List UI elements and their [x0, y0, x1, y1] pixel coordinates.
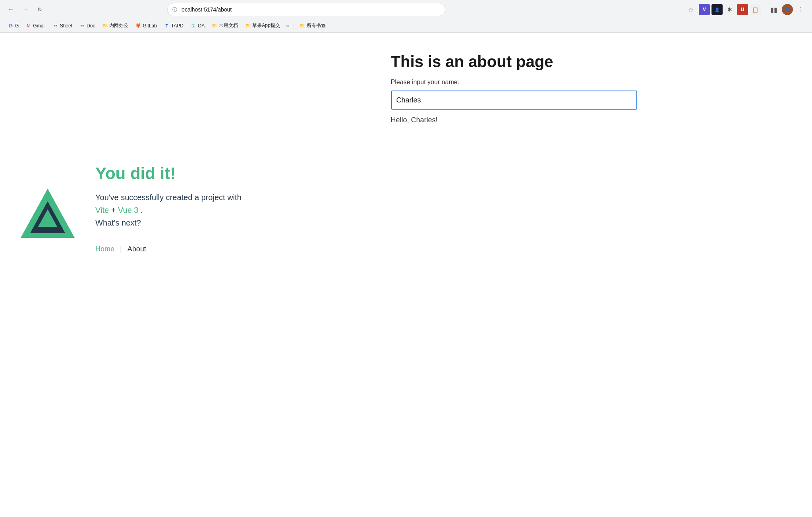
bookmarks-bar: G G M Gmail ☷ Sheet ☷ Doc 📁 内网办公 🦊 GitLa…	[0, 19, 812, 33]
menu-button[interactable]: ⋮	[795, 3, 807, 16]
nav-about-link[interactable]: About	[128, 245, 146, 253]
about-page-title: This is an about page	[391, 53, 788, 71]
bookmark-intranet[interactable]: 📁 内网办公	[99, 21, 131, 30]
bookmark-tapd-label: TAPD	[171, 23, 184, 29]
bookmark-gmail[interactable]: M Gmail	[23, 22, 48, 30]
toolbar-right: ☆ V 👤 ✱ U 📋 ▮▮ 👤 ⋮	[684, 3, 807, 16]
g-favicon: G	[8, 23, 14, 29]
bookmark-gitlab-label: GitLab	[143, 23, 157, 29]
vue-section: You did it! You've successfully created …	[16, 164, 254, 253]
chevron-right-icon: »	[286, 23, 289, 29]
toolbar-divider	[764, 5, 764, 14]
extension-asterisk-icon[interactable]: ✱	[724, 4, 735, 15]
you-did-it-headline: You did it!	[16, 164, 254, 183]
period: .	[141, 206, 143, 214]
bookmark-oa-label: OA	[198, 23, 205, 29]
extension-clipboard-icon[interactable]: 📋	[750, 4, 761, 15]
bookmark-intranet-label: 内网办公	[109, 22, 128, 29]
address-bar-container: ⓘ	[167, 3, 445, 16]
reload-button[interactable]: ↻	[33, 3, 46, 16]
nav-divider: |	[120, 245, 122, 253]
folder-common-icon: 📁	[212, 23, 217, 29]
nav-home-link[interactable]: Home	[95, 245, 114, 253]
bookmark-tapd[interactable]: T TAPD	[161, 22, 187, 30]
address-bar-input[interactable]	[180, 6, 440, 13]
folder-intranet-icon: 📁	[102, 23, 108, 29]
page-content: You did it! You've successfully created …	[0, 33, 812, 517]
nav-links: Home | About	[95, 245, 254, 253]
bookmark-apple-app[interactable]: 📁 苹果App提交	[242, 21, 283, 30]
oa-favicon: ◎	[191, 23, 196, 29]
description-before: You've successfully created a project wi…	[95, 193, 242, 202]
secure-icon: ⓘ	[172, 6, 177, 13]
star-button[interactable]: ☆	[684, 3, 697, 16]
gitlab-favicon: 🦊	[135, 23, 141, 29]
bookmark-all[interactable]: 📁 所有书签	[296, 21, 329, 30]
forward-button[interactable]: →	[19, 3, 32, 16]
vue3-link[interactable]: Vue 3	[118, 206, 139, 214]
profile-avatar[interactable]: 👤	[782, 4, 793, 15]
vue-description: You've successfully created a project wi…	[95, 191, 254, 229]
bookmark-common-docs[interactable]: 📁 常用文档	[209, 21, 241, 30]
vue-logo-container	[16, 184, 79, 249]
bookmark-doc-label: Doc	[87, 23, 95, 29]
bookmark-all-label: 所有书签	[307, 22, 326, 29]
bookmarks-bar-divider	[294, 22, 294, 30]
name-input[interactable]	[391, 91, 637, 110]
sidebar-button[interactable]: ▮▮	[768, 3, 780, 16]
all-bookmarks-icon: 📁	[300, 23, 305, 29]
bookmark-sheet[interactable]: ☷ Sheet	[50, 22, 75, 30]
nav-buttons: ← → ↻	[5, 3, 46, 16]
whats-next: What's next?	[95, 218, 141, 227]
vue-logo	[16, 184, 79, 247]
folder-apple-icon: 📁	[245, 23, 251, 29]
hello-message: Hello, Charles!	[391, 116, 788, 124]
bookmark-common-docs-label: 常用文档	[219, 22, 238, 29]
bookmark-oa[interactable]: ◎ OA	[188, 22, 208, 30]
extension-vy-icon[interactable]: V	[699, 4, 710, 15]
vite-link[interactable]: Vite	[95, 206, 109, 214]
more-bookmarks-button[interactable]: »	[284, 22, 292, 30]
about-input-label: Please input your name:	[391, 79, 788, 86]
bookmark-g-label: G	[15, 23, 19, 29]
back-button[interactable]: ←	[5, 3, 17, 16]
bookmark-gmail-label: Gmail	[33, 23, 45, 29]
bookmark-doc[interactable]: ☷ Doc	[76, 22, 98, 30]
extension-u-icon[interactable]: U	[737, 4, 748, 15]
browser-toolbar: ← → ↻ ⓘ ☆ V 👤 ✱ U 📋	[0, 0, 812, 19]
browser-chrome: ← → ↻ ⓘ ☆ V 👤 ✱ U 📋	[0, 0, 812, 33]
bookmark-g[interactable]: G G	[5, 22, 22, 30]
bookmark-gitlab[interactable]: 🦊 GitLab	[132, 22, 160, 30]
bookmark-apple-app-label: 苹果App提交	[252, 22, 280, 29]
extension-dark-icon[interactable]: 👤	[711, 4, 723, 15]
tapd-favicon: T	[164, 23, 170, 29]
gmail-favicon: M	[26, 23, 31, 29]
doc-favicon: ☷	[79, 23, 85, 29]
about-section: This is an about page Please input your …	[391, 49, 788, 124]
bookmark-sheet-label: Sheet	[60, 23, 72, 29]
plus-sign: +	[111, 206, 118, 214]
sheet-favicon: ☷	[53, 23, 58, 29]
